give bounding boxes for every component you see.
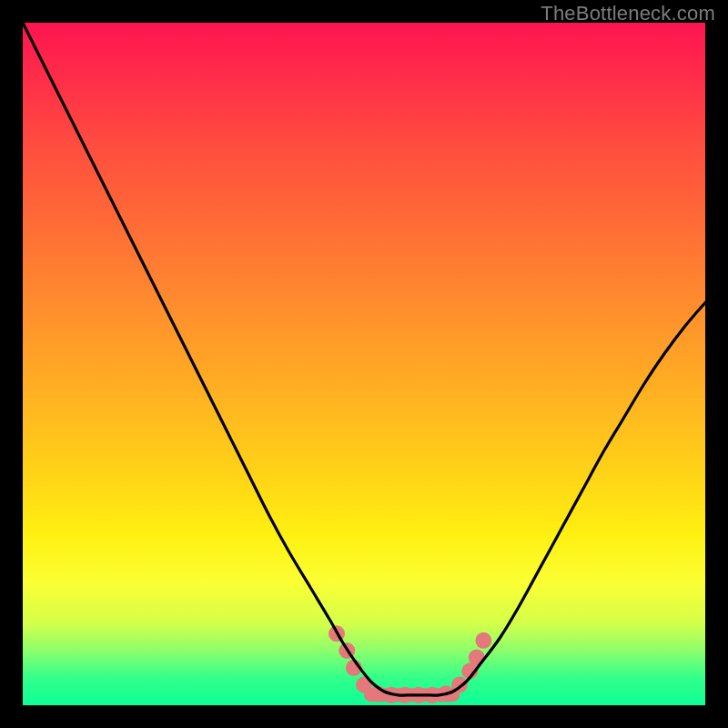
highlight-marker (475, 632, 491, 649)
chart-frame: TheBottleneck.com (0, 0, 728, 728)
bottleneck-curve (23, 23, 705, 695)
chart-overlay (23, 23, 705, 705)
watermark-text: TheBottleneck.com (541, 2, 715, 25)
